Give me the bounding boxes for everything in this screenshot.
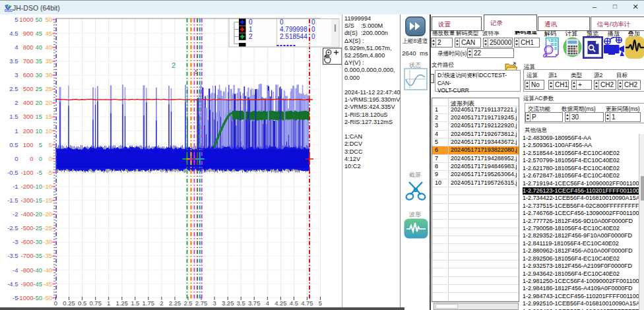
svg-text:2.75: 2.75 (195, 299, 208, 307)
svg-text:5: 5 (39, 141, 42, 148)
svg-text:4.25: 4.25 (274, 299, 287, 307)
svg-text:-10: -10 (33, 183, 42, 190)
svg-text:300: 300 (23, 113, 34, 120)
svg-text:3: 3 (212, 299, 216, 307)
svg-text:900: 900 (23, 30, 34, 37)
svg-text:1.5: 1.5 (9, 113, 18, 120)
svg-text:0: 0 (311, 33, 315, 40)
svg-text:50: 50 (35, 16, 42, 23)
svg-text:15: 15 (45, 113, 52, 120)
svg-text:100: 100 (23, 141, 34, 148)
svg-text:-30: -30 (33, 238, 42, 245)
svg-text:15: 15 (35, 113, 42, 120)
svg-text:3.5: 3.5 (9, 57, 18, 65)
svg-text:2: 2 (249, 33, 253, 40)
svg-text:4.5: 4.5 (9, 30, 18, 37)
svg-text:-40: -40 (43, 266, 52, 274)
svg-text:35: 35 (45, 57, 52, 65)
svg-text:-50: -50 (33, 294, 42, 301)
svg-text:-2: -2 (13, 210, 18, 218)
svg-text:-1: -1 (13, 183, 18, 190)
svg-text:10: 10 (35, 127, 42, 135)
svg-text:-45: -45 (33, 280, 42, 288)
svg-text:0: 0 (311, 26, 315, 33)
svg-text:4: 4 (266, 299, 269, 307)
svg-text:-300: -300 (20, 197, 33, 204)
svg-text:10: 10 (45, 127, 52, 135)
svg-text:4: 4 (15, 44, 18, 51)
svg-text:-40: -40 (33, 266, 42, 274)
svg-text:0: 0 (249, 18, 253, 26)
svg-text:400: 400 (23, 99, 34, 106)
svg-text:5: 5 (49, 141, 52, 148)
svg-text:35: 35 (35, 57, 42, 65)
svg-text:3: 3 (15, 71, 18, 78)
svg-text:40: 40 (35, 44, 42, 51)
svg-text:3.75: 3.75 (248, 299, 261, 307)
svg-text:25: 25 (35, 85, 42, 92)
svg-text:0: 0 (311, 18, 315, 26)
svg-text:2: 2 (160, 299, 163, 307)
svg-text:0: 0 (54, 299, 57, 307)
svg-text:-700: -700 (20, 252, 33, 259)
svg-text:0.5: 0.5 (9, 141, 18, 148)
svg-text:-600: -600 (20, 238, 33, 245)
svg-text:5: 5 (319, 299, 322, 307)
svg-text:1000: 1000 (19, 16, 33, 23)
svg-text:-35: -35 (33, 252, 42, 259)
svg-text:5: 5 (15, 16, 18, 23)
svg-text:DSO: DSO (5, 9, 13, 13)
svg-text:-100: -100 (20, 169, 33, 176)
svg-text:-800: -800 (20, 266, 33, 274)
svg-text:-200: -200 (20, 183, 33, 190)
svg-text:5: 5 (195, 69, 198, 75)
svg-text:200: 200 (23, 127, 34, 135)
svg-text:-50: -50 (43, 294, 52, 301)
svg-text:0: 0 (15, 155, 18, 162)
svg-text:-5: -5 (37, 169, 42, 176)
svg-text:0: 0 (280, 18, 284, 26)
svg-text:-5: -5 (47, 169, 52, 176)
svg-text:-500: -500 (20, 224, 33, 232)
svg-text:3.5: 3.5 (237, 299, 245, 307)
svg-text:2: 2 (15, 99, 18, 106)
svg-text:1.75: 1.75 (143, 299, 155, 307)
svg-text:-4: -4 (13, 266, 18, 274)
svg-text:1: 1 (15, 127, 18, 135)
svg-text:-20: -20 (33, 210, 42, 218)
svg-text:2.25: 2.25 (169, 299, 181, 307)
svg-text:4.75: 4.75 (301, 299, 313, 307)
svg-text:800: 800 (23, 44, 34, 51)
svg-text:1.5: 1.5 (131, 299, 139, 307)
svg-text:700: 700 (23, 57, 34, 65)
svg-text:-1000: -1000 (17, 294, 33, 301)
svg-text:-4.5: -4.5 (7, 280, 18, 288)
svg-text:-25: -25 (43, 224, 52, 232)
svg-text:0.5: 0.5 (78, 299, 86, 307)
svg-text:-2.5: -2.5 (7, 224, 18, 232)
svg-text:0.75: 0.75 (89, 299, 102, 307)
svg-text:45: 45 (45, 30, 52, 37)
svg-text:0.25: 0.25 (63, 299, 75, 307)
svg-text:2.518544: 2.518544 (280, 33, 307, 40)
svg-text:-15: -15 (33, 197, 42, 204)
svg-text:-30: -30 (43, 238, 52, 245)
svg-text:-35: -35 (43, 252, 52, 259)
svg-text:0: 0 (39, 155, 42, 162)
svg-text:1: 1 (107, 299, 110, 307)
svg-text:600: 600 (23, 71, 34, 78)
svg-text:1.25: 1.25 (116, 299, 129, 307)
svg-text:-25: -25 (33, 224, 42, 232)
svg-text:1: 1 (249, 26, 253, 33)
svg-text:-0.5: -0.5 (7, 169, 18, 176)
svg-text:40: 40 (45, 44, 52, 51)
svg-text:30: 30 (45, 71, 52, 78)
svg-text:-20: -20 (43, 210, 52, 218)
svg-text:4.799998: 4.799998 (280, 26, 307, 33)
svg-text:3.25: 3.25 (222, 299, 234, 307)
svg-text:0: 0 (30, 155, 33, 162)
svg-text:-3: -3 (13, 238, 18, 245)
svg-text:20: 20 (45, 99, 52, 106)
svg-text:0: 0 (49, 155, 52, 162)
svg-text:-900: -900 (20, 280, 33, 288)
